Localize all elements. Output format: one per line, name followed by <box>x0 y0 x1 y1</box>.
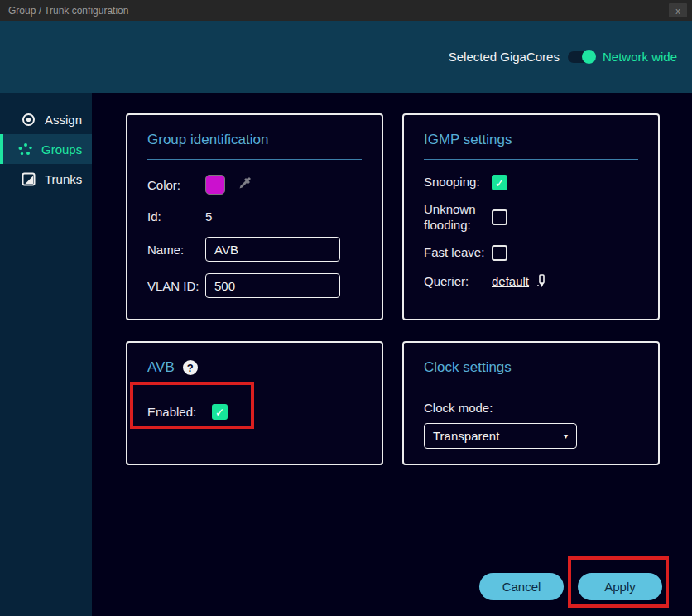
clock-mode-value: Transparent <box>433 429 499 443</box>
sidebar-item-label: Trunks <box>45 172 82 186</box>
enabled-label: Enabled: <box>147 405 212 419</box>
panel-title: AVB <box>147 359 175 376</box>
fast-leave-label: Fast leave: <box>424 245 492 261</box>
panel-avb: AVB ? Enabled: ✓ <box>126 341 383 465</box>
scope-state-label: Network wide <box>603 50 677 64</box>
divider <box>424 387 638 387</box>
id-label: Id: <box>147 209 205 224</box>
panel-clock-settings: Clock settings Clock mode: Transparent ▾ <box>402 341 660 465</box>
window-titlebar: Group / Trunk configuration x <box>0 0 692 21</box>
sidebar-item-assign[interactable]: Assign <box>0 104 92 134</box>
panel-igmp-settings: IGMP settings Snooping: ✓ Unknown floodi… <box>402 113 660 320</box>
close-icon[interactable]: x <box>669 3 687 17</box>
eyedropper-icon[interactable] <box>237 176 255 194</box>
avb-enabled-checkbox[interactable]: ✓ <box>212 404 228 420</box>
sidebar-item-groups[interactable]: Groups <box>0 134 92 164</box>
apply-button[interactable]: Apply <box>578 573 662 600</box>
id-value: 5 <box>205 209 212 224</box>
querier-label: Querier: <box>424 274 492 290</box>
scope-label: Selected GigaCores <box>449 50 560 64</box>
main-content: Group identification Color: Id: 5 Na <box>92 93 692 616</box>
sidebar-item-label: Assign <box>45 113 82 127</box>
querier-link[interactable]: default <box>492 274 529 288</box>
sidebar: Assign Groups Trunks <box>0 93 92 616</box>
half-square-icon <box>22 172 36 186</box>
sidebar-item-trunks[interactable]: Trunks <box>0 164 92 194</box>
divider <box>147 387 362 387</box>
vlan-id-input[interactable] <box>205 273 340 298</box>
edit-pen-icon[interactable] <box>537 274 546 289</box>
snooping-label: Snooping: <box>424 175 492 190</box>
color-label: Color: <box>147 178 205 192</box>
cancel-button[interactable]: Cancel <box>479 573 564 600</box>
scope-header: Selected GigaCores Network wide <box>0 21 692 93</box>
vlan-id-label: VLAN ID: <box>147 279 205 293</box>
snooping-checkbox[interactable]: ✓ <box>492 175 507 190</box>
divider <box>147 159 362 160</box>
panel-title: Group identification <box>147 132 362 148</box>
help-icon[interactable]: ? <box>183 360 198 375</box>
panel-group-identification: Group identification Color: Id: 5 Na <box>126 113 383 320</box>
fast-leave-checkbox[interactable] <box>492 245 507 261</box>
divider <box>424 159 638 160</box>
name-input[interactable] <box>205 237 340 262</box>
panel-title: IGMP settings <box>424 132 638 148</box>
toggle-knob <box>582 50 596 64</box>
target-icon <box>22 113 36 127</box>
clock-mode-select[interactable]: Transparent ▾ <box>424 423 577 449</box>
sidebar-item-label: Groups <box>41 142 82 156</box>
name-label: Name: <box>147 243 205 257</box>
dots-cluster-icon <box>18 142 32 156</box>
window-title: Group / Trunk configuration <box>8 5 669 17</box>
panel-title: Clock settings <box>424 359 638 376</box>
chevron-down-icon: ▾ <box>564 431 568 440</box>
clock-mode-label: Clock mode: <box>424 401 638 415</box>
color-swatch[interactable] <box>205 175 225 195</box>
network-wide-toggle[interactable] <box>568 51 594 63</box>
unknown-flooding-checkbox[interactable] <box>492 209 507 225</box>
unknown-flooding-label: Unknown flooding: <box>424 202 492 233</box>
